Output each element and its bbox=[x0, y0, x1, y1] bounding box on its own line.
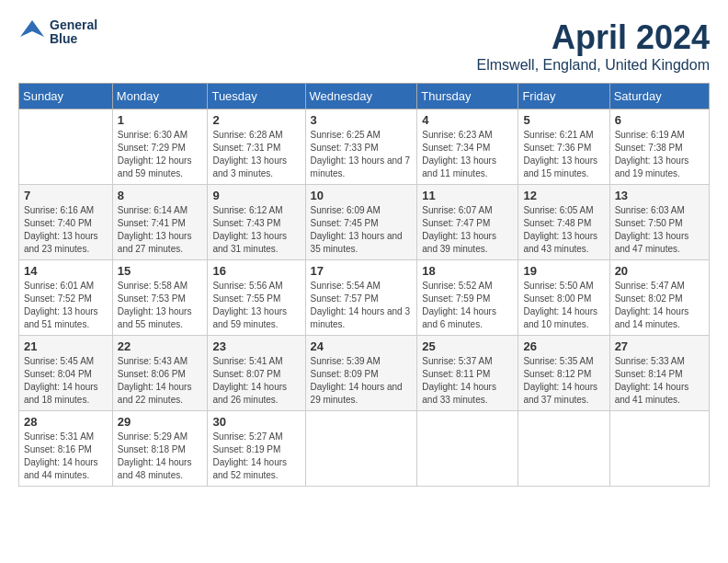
weekday-header: Tuesday bbox=[208, 84, 305, 109]
day-number: 3 bbox=[311, 113, 413, 127]
day-number: 25 bbox=[422, 339, 513, 353]
day-info: Sunrise: 5:37 AM Sunset: 8:11 PM Dayligh… bbox=[422, 355, 513, 407]
day-number: 29 bbox=[118, 415, 203, 429]
page-header: General Blue April 2024 Elmswell, Englan… bbox=[18, 18, 710, 74]
calendar-cell: 4Sunrise: 6:23 AM Sunset: 7:34 PM Daylig… bbox=[417, 109, 518, 185]
day-number: 17 bbox=[311, 264, 413, 278]
calendar-cell: 24Sunrise: 5:39 AM Sunset: 8:09 PM Dayli… bbox=[305, 336, 417, 411]
day-info: Sunrise: 5:56 AM Sunset: 7:55 PM Dayligh… bbox=[212, 280, 300, 331]
day-number: 28 bbox=[24, 415, 108, 429]
day-info: Sunrise: 5:33 AM Sunset: 8:14 PM Dayligh… bbox=[615, 355, 704, 407]
calendar-cell: 5Sunrise: 6:21 AM Sunset: 7:36 PM Daylig… bbox=[518, 109, 609, 185]
calendar-week-row: 1Sunrise: 6:30 AM Sunset: 7:29 PM Daylig… bbox=[19, 109, 710, 185]
day-info: Sunrise: 6:03 AM Sunset: 7:50 PM Dayligh… bbox=[615, 204, 704, 256]
calendar-cell: 22Sunrise: 5:43 AM Sunset: 8:06 PM Dayli… bbox=[112, 336, 208, 411]
calendar-cell: 1Sunrise: 6:30 AM Sunset: 7:29 PM Daylig… bbox=[112, 109, 208, 185]
weekday-header: Friday bbox=[518, 84, 609, 109]
calendar-cell bbox=[518, 411, 609, 487]
day-info: Sunrise: 5:54 AM Sunset: 7:57 PM Dayligh… bbox=[311, 280, 413, 331]
day-info: Sunrise: 5:47 AM Sunset: 8:02 PM Dayligh… bbox=[615, 280, 704, 331]
day-info: Sunrise: 6:25 AM Sunset: 7:33 PM Dayligh… bbox=[311, 129, 413, 180]
day-number: 14 bbox=[24, 264, 108, 278]
day-info: Sunrise: 5:31 AM Sunset: 8:16 PM Dayligh… bbox=[24, 431, 108, 482]
day-info: Sunrise: 6:07 AM Sunset: 7:47 PM Dayligh… bbox=[422, 204, 513, 256]
weekday-header: Monday bbox=[112, 84, 208, 109]
calendar-cell: 14Sunrise: 6:01 AM Sunset: 7:52 PM Dayli… bbox=[19, 260, 113, 336]
day-number: 8 bbox=[118, 189, 203, 202]
svg-marker-0 bbox=[20, 20, 44, 37]
day-number: 30 bbox=[212, 415, 300, 429]
calendar-week-row: 14Sunrise: 6:01 AM Sunset: 7:52 PM Dayli… bbox=[19, 260, 710, 336]
day-info: Sunrise: 5:58 AM Sunset: 7:53 PM Dayligh… bbox=[118, 280, 203, 331]
calendar-cell: 3Sunrise: 6:25 AM Sunset: 7:33 PM Daylig… bbox=[305, 109, 417, 185]
weekday-header: Saturday bbox=[609, 84, 709, 109]
day-info: Sunrise: 6:16 AM Sunset: 7:40 PM Dayligh… bbox=[24, 204, 108, 256]
calendar-cell: 25Sunrise: 5:37 AM Sunset: 8:11 PM Dayli… bbox=[417, 336, 518, 411]
day-info: Sunrise: 6:14 AM Sunset: 7:41 PM Dayligh… bbox=[118, 204, 203, 256]
day-number: 24 bbox=[311, 339, 413, 353]
day-number: 15 bbox=[118, 264, 203, 278]
logo-line2: Blue bbox=[50, 32, 97, 46]
day-info: Sunrise: 6:19 AM Sunset: 7:38 PM Dayligh… bbox=[615, 129, 704, 180]
day-number: 18 bbox=[422, 264, 513, 278]
day-info: Sunrise: 6:21 AM Sunset: 7:36 PM Dayligh… bbox=[523, 129, 604, 180]
calendar-cell: 29Sunrise: 5:29 AM Sunset: 8:18 PM Dayli… bbox=[112, 411, 208, 487]
day-number: 1 bbox=[118, 113, 203, 127]
calendar-cell bbox=[305, 411, 417, 487]
calendar-cell: 13Sunrise: 6:03 AM Sunset: 7:50 PM Dayli… bbox=[609, 185, 709, 260]
day-number: 5 bbox=[523, 113, 604, 127]
calendar-cell: 8Sunrise: 6:14 AM Sunset: 7:41 PM Daylig… bbox=[112, 185, 208, 260]
calendar-cell bbox=[609, 411, 709, 487]
day-info: Sunrise: 5:27 AM Sunset: 8:19 PM Dayligh… bbox=[212, 431, 300, 482]
day-info: Sunrise: 5:41 AM Sunset: 8:07 PM Dayligh… bbox=[212, 355, 300, 407]
calendar-cell: 27Sunrise: 5:33 AM Sunset: 8:14 PM Dayli… bbox=[609, 336, 709, 411]
month-title: April 2024 bbox=[477, 18, 710, 57]
calendar-cell: 15Sunrise: 5:58 AM Sunset: 7:53 PM Dayli… bbox=[112, 260, 208, 336]
calendar-cell: 2Sunrise: 6:28 AM Sunset: 7:31 PM Daylig… bbox=[208, 109, 305, 185]
day-info: Sunrise: 5:35 AM Sunset: 8:12 PM Dayligh… bbox=[523, 355, 604, 407]
calendar-cell: 18Sunrise: 5:52 AM Sunset: 7:59 PM Dayli… bbox=[417, 260, 518, 336]
day-number: 6 bbox=[615, 113, 704, 127]
weekday-header: Thursday bbox=[417, 84, 518, 109]
logo-text: General Blue bbox=[50, 18, 97, 47]
day-number: 4 bbox=[422, 113, 513, 127]
calendar-cell: 10Sunrise: 6:09 AM Sunset: 7:45 PM Dayli… bbox=[305, 185, 417, 260]
calendar-cell: 19Sunrise: 5:50 AM Sunset: 8:00 PM Dayli… bbox=[518, 260, 609, 336]
logo-line1: General bbox=[50, 18, 97, 32]
day-number: 12 bbox=[523, 189, 604, 202]
calendar-cell: 9Sunrise: 6:12 AM Sunset: 7:43 PM Daylig… bbox=[208, 185, 305, 260]
logo: General Blue bbox=[18, 18, 97, 47]
calendar-week-row: 28Sunrise: 5:31 AM Sunset: 8:16 PM Dayli… bbox=[19, 411, 710, 487]
calendar-cell bbox=[19, 109, 113, 185]
calendar-cell bbox=[417, 411, 518, 487]
day-number: 20 bbox=[615, 264, 704, 278]
calendar-week-row: 21Sunrise: 5:45 AM Sunset: 8:04 PM Dayli… bbox=[19, 336, 710, 411]
day-number: 26 bbox=[523, 339, 604, 353]
day-info: Sunrise: 6:09 AM Sunset: 7:45 PM Dayligh… bbox=[311, 204, 413, 256]
day-info: Sunrise: 5:29 AM Sunset: 8:18 PM Dayligh… bbox=[118, 431, 203, 482]
calendar-cell: 30Sunrise: 5:27 AM Sunset: 8:19 PM Dayli… bbox=[208, 411, 305, 487]
day-info: Sunrise: 5:45 AM Sunset: 8:04 PM Dayligh… bbox=[24, 355, 108, 407]
calendar-cell: 17Sunrise: 5:54 AM Sunset: 7:57 PM Dayli… bbox=[305, 260, 417, 336]
calendar-cell: 21Sunrise: 5:45 AM Sunset: 8:04 PM Dayli… bbox=[19, 336, 113, 411]
calendar-cell: 12Sunrise: 6:05 AM Sunset: 7:48 PM Dayli… bbox=[518, 185, 609, 260]
day-number: 21 bbox=[24, 339, 108, 353]
calendar-cell: 26Sunrise: 5:35 AM Sunset: 8:12 PM Dayli… bbox=[518, 336, 609, 411]
weekday-header: Sunday bbox=[19, 84, 113, 109]
title-section: April 2024 Elmswell, England, United Kin… bbox=[477, 18, 710, 74]
calendar-cell: 23Sunrise: 5:41 AM Sunset: 8:07 PM Dayli… bbox=[208, 336, 305, 411]
day-info: Sunrise: 6:05 AM Sunset: 7:48 PM Dayligh… bbox=[523, 204, 604, 256]
day-number: 19 bbox=[523, 264, 604, 278]
day-number: 9 bbox=[212, 189, 300, 202]
day-info: Sunrise: 5:39 AM Sunset: 8:09 PM Dayligh… bbox=[311, 355, 413, 407]
day-info: Sunrise: 5:52 AM Sunset: 7:59 PM Dayligh… bbox=[422, 280, 513, 331]
calendar-cell: 11Sunrise: 6:07 AM Sunset: 7:47 PM Dayli… bbox=[417, 185, 518, 260]
calendar-cell: 7Sunrise: 6:16 AM Sunset: 7:40 PM Daylig… bbox=[19, 185, 113, 260]
day-number: 7 bbox=[24, 189, 108, 202]
day-info: Sunrise: 5:50 AM Sunset: 8:00 PM Dayligh… bbox=[523, 280, 604, 331]
weekday-header: Wednesday bbox=[305, 84, 417, 109]
calendar-cell: 28Sunrise: 5:31 AM Sunset: 8:16 PM Dayli… bbox=[19, 411, 113, 487]
day-number: 16 bbox=[212, 264, 300, 278]
calendar-header: SundayMondayTuesdayWednesdayThursdayFrid… bbox=[19, 84, 710, 109]
weekday-row: SundayMondayTuesdayWednesdayThursdayFrid… bbox=[19, 84, 710, 109]
